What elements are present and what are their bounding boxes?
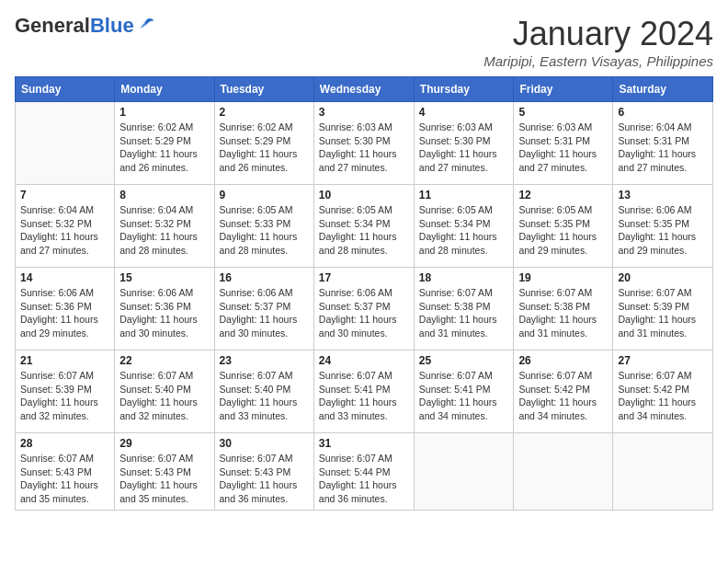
day-number: 31 xyxy=(319,437,409,450)
calendar-cell: 26Sunrise: 6:07 AMSunset: 5:42 PMDayligh… xyxy=(514,350,613,433)
day-info: Sunrise: 6:07 AMSunset: 5:39 PMDaylight:… xyxy=(618,286,708,340)
day-info: Sunrise: 6:06 AMSunset: 5:36 PMDaylight:… xyxy=(119,286,209,340)
calendar-cell: 2Sunrise: 6:02 AMSunset: 5:29 PMDaylight… xyxy=(214,102,313,185)
day-info: Sunrise: 6:07 AMSunset: 5:43 PMDaylight:… xyxy=(20,452,109,506)
calendar-cell: 8Sunrise: 6:04 AMSunset: 5:32 PMDaylight… xyxy=(115,185,214,268)
calendar-cell: 19Sunrise: 6:07 AMSunset: 5:38 PMDayligh… xyxy=(514,268,613,350)
logo: GeneralBlue xyxy=(15,15,156,37)
day-info: Sunrise: 6:06 AMSunset: 5:36 PMDaylight:… xyxy=(20,286,109,340)
calendar-table: SundayMondayTuesdayWednesdayThursdayFrid… xyxy=(15,76,713,511)
day-info: Sunrise: 6:05 AMSunset: 5:34 PMDaylight:… xyxy=(319,203,409,258)
day-of-week-saturday: Saturday xyxy=(613,77,713,102)
title-block: January 2024 Maripipi, Eastern Visayas, … xyxy=(483,15,713,69)
day-info: Sunrise: 6:04 AMSunset: 5:31 PMDaylight:… xyxy=(618,121,708,175)
calendar-cell xyxy=(613,433,713,511)
day-number: 23 xyxy=(220,354,309,367)
day-info: Sunrise: 6:07 AMSunset: 5:43 PMDaylight:… xyxy=(119,452,209,506)
calendar-cell: 4Sunrise: 6:03 AMSunset: 5:30 PMDaylight… xyxy=(414,102,514,185)
day-of-week-monday: Monday xyxy=(115,77,214,102)
day-number: 4 xyxy=(419,106,509,119)
day-info: Sunrise: 6:04 AMSunset: 5:32 PMDaylight:… xyxy=(20,203,109,258)
calendar-header-row: SundayMondayTuesdayWednesdayThursdayFrid… xyxy=(16,77,713,102)
day-number: 8 xyxy=(119,189,209,201)
day-info: Sunrise: 6:03 AMSunset: 5:31 PMDaylight:… xyxy=(518,121,608,175)
day-number: 12 xyxy=(518,189,608,201)
day-number: 21 xyxy=(20,354,109,367)
day-info: Sunrise: 6:07 AMSunset: 5:40 PMDaylight:… xyxy=(119,369,209,423)
day-info: Sunrise: 6:07 AMSunset: 5:38 PMDaylight:… xyxy=(419,286,509,340)
calendar-cell: 25Sunrise: 6:07 AMSunset: 5:41 PMDayligh… xyxy=(414,350,514,433)
subtitle: Maripipi, Eastern Visayas, Philippines xyxy=(483,53,713,69)
calendar-cell: 30Sunrise: 6:07 AMSunset: 5:43 PMDayligh… xyxy=(214,433,313,511)
week-row-4: 21Sunrise: 6:07 AMSunset: 5:39 PMDayligh… xyxy=(16,350,713,433)
day-info: Sunrise: 6:07 AMSunset: 5:44 PMDaylight:… xyxy=(319,452,409,506)
day-number: 29 xyxy=(119,437,209,450)
calendar-cell: 16Sunrise: 6:06 AMSunset: 5:37 PMDayligh… xyxy=(214,268,313,350)
day-number: 30 xyxy=(220,437,309,450)
day-number: 7 xyxy=(20,189,109,201)
day-of-week-thursday: Thursday xyxy=(414,77,514,102)
calendar-cell: 24Sunrise: 6:07 AMSunset: 5:41 PMDayligh… xyxy=(313,350,414,433)
calendar-cell: 22Sunrise: 6:07 AMSunset: 5:40 PMDayligh… xyxy=(115,350,214,433)
calendar-cell: 18Sunrise: 6:07 AMSunset: 5:38 PMDayligh… xyxy=(414,268,514,350)
day-number: 24 xyxy=(319,354,409,367)
calendar-cell: 17Sunrise: 6:06 AMSunset: 5:37 PMDayligh… xyxy=(313,268,414,350)
day-info: Sunrise: 6:02 AMSunset: 5:29 PMDaylight:… xyxy=(119,121,209,175)
day-info: Sunrise: 6:07 AMSunset: 5:42 PMDaylight:… xyxy=(618,369,708,423)
calendar-cell: 28Sunrise: 6:07 AMSunset: 5:43 PMDayligh… xyxy=(16,433,115,511)
day-info: Sunrise: 6:06 AMSunset: 5:35 PMDaylight:… xyxy=(618,203,708,258)
day-info: Sunrise: 6:06 AMSunset: 5:37 PMDaylight:… xyxy=(220,286,309,340)
calendar-cell: 20Sunrise: 6:07 AMSunset: 5:39 PMDayligh… xyxy=(613,268,713,350)
calendar-cell: 9Sunrise: 6:05 AMSunset: 5:33 PMDaylight… xyxy=(214,185,313,268)
bird-icon xyxy=(136,16,156,36)
calendar-cell: 10Sunrise: 6:05 AMSunset: 5:34 PMDayligh… xyxy=(313,185,414,268)
day-number: 25 xyxy=(419,354,509,367)
day-number: 28 xyxy=(20,437,109,450)
calendar-cell: 12Sunrise: 6:05 AMSunset: 5:35 PMDayligh… xyxy=(514,185,613,268)
day-info: Sunrise: 6:05 AMSunset: 5:35 PMDaylight:… xyxy=(518,203,608,258)
day-info: Sunrise: 6:07 AMSunset: 5:38 PMDaylight:… xyxy=(518,286,608,340)
calendar-cell: 27Sunrise: 6:07 AMSunset: 5:42 PMDayligh… xyxy=(613,350,713,433)
calendar-cell: 11Sunrise: 6:05 AMSunset: 5:34 PMDayligh… xyxy=(414,185,514,268)
day-info: Sunrise: 6:07 AMSunset: 5:39 PMDaylight:… xyxy=(20,369,109,423)
day-number: 22 xyxy=(119,354,209,367)
calendar-cell: 1Sunrise: 6:02 AMSunset: 5:29 PMDaylight… xyxy=(115,102,214,185)
day-number: 5 xyxy=(518,106,608,119)
calendar-cell xyxy=(414,433,514,511)
day-info: Sunrise: 6:07 AMSunset: 5:43 PMDaylight:… xyxy=(220,452,309,506)
calendar-cell: 13Sunrise: 6:06 AMSunset: 5:35 PMDayligh… xyxy=(613,185,713,268)
calendar-cell: 14Sunrise: 6:06 AMSunset: 5:36 PMDayligh… xyxy=(16,268,115,350)
day-info: Sunrise: 6:07 AMSunset: 5:41 PMDaylight:… xyxy=(419,369,509,423)
day-info: Sunrise: 6:07 AMSunset: 5:40 PMDaylight:… xyxy=(220,369,309,423)
day-of-week-friday: Friday xyxy=(514,77,613,102)
day-of-week-wednesday: Wednesday xyxy=(313,77,414,102)
day-number: 18 xyxy=(419,271,509,284)
day-info: Sunrise: 6:06 AMSunset: 5:37 PMDaylight:… xyxy=(319,286,409,340)
day-number: 17 xyxy=(319,271,409,284)
day-number: 2 xyxy=(220,106,309,119)
calendar-cell: 7Sunrise: 6:04 AMSunset: 5:32 PMDaylight… xyxy=(16,185,115,268)
day-number: 3 xyxy=(319,106,409,119)
day-number: 11 xyxy=(419,189,509,201)
calendar-cell xyxy=(16,102,115,185)
calendar-cell: 23Sunrise: 6:07 AMSunset: 5:40 PMDayligh… xyxy=(214,350,313,433)
day-number: 20 xyxy=(618,271,708,284)
day-number: 14 xyxy=(20,271,109,284)
page-header: GeneralBlue January 2024 Maripipi, Easte… xyxy=(15,15,713,69)
day-number: 19 xyxy=(518,271,608,284)
week-row-5: 28Sunrise: 6:07 AMSunset: 5:43 PMDayligh… xyxy=(16,433,713,511)
calendar-cell: 21Sunrise: 6:07 AMSunset: 5:39 PMDayligh… xyxy=(16,350,115,433)
day-number: 6 xyxy=(618,106,708,119)
day-of-week-tuesday: Tuesday xyxy=(214,77,313,102)
day-info: Sunrise: 6:07 AMSunset: 5:42 PMDaylight:… xyxy=(518,369,608,423)
day-number: 26 xyxy=(518,354,608,367)
day-info: Sunrise: 6:05 AMSunset: 5:34 PMDaylight:… xyxy=(419,203,509,258)
logo-text: GeneralBlue xyxy=(15,15,134,37)
calendar-cell: 31Sunrise: 6:07 AMSunset: 5:44 PMDayligh… xyxy=(313,433,414,511)
week-row-1: 1Sunrise: 6:02 AMSunset: 5:29 PMDaylight… xyxy=(16,102,713,185)
calendar-cell: 3Sunrise: 6:03 AMSunset: 5:30 PMDaylight… xyxy=(313,102,414,185)
day-number: 27 xyxy=(618,354,708,367)
day-info: Sunrise: 6:07 AMSunset: 5:41 PMDaylight:… xyxy=(319,369,409,423)
calendar-cell xyxy=(514,433,613,511)
day-number: 13 xyxy=(618,189,708,201)
